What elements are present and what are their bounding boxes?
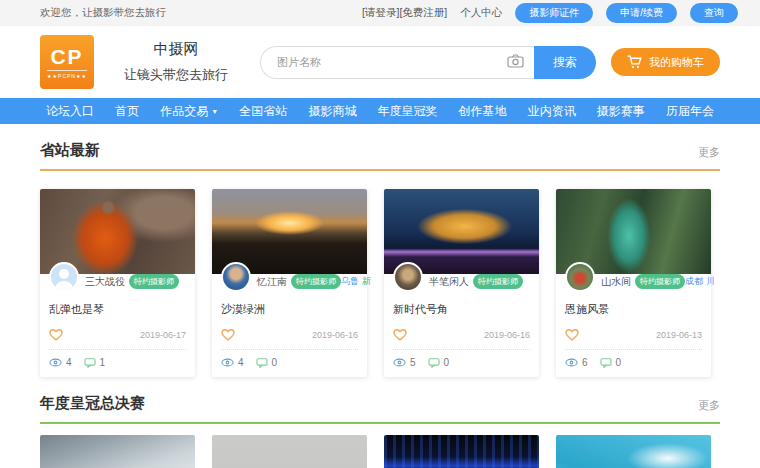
- nav-works-trade[interactable]: 作品交易 ▼: [160, 103, 218, 120]
- user-location: 乌鲁新: [341, 275, 371, 288]
- comment-icon: [600, 358, 612, 368]
- eye-icon: [221, 358, 234, 367]
- photo-title[interactable]: 沙漠绿洲: [221, 302, 358, 317]
- views-count: 4: [221, 357, 244, 368]
- cart-button[interactable]: 我的购物车: [611, 48, 720, 76]
- photo-title[interactable]: 恩施风景: [565, 302, 702, 317]
- views-count: 6: [565, 357, 588, 368]
- search-bar: 搜索: [260, 46, 596, 79]
- chevron-down-icon: ▼: [211, 108, 218, 115]
- search-button[interactable]: 搜索: [534, 46, 596, 79]
- nav-creation-base[interactable]: 创作基地: [459, 103, 507, 120]
- more-link[interactable]: 更多: [698, 145, 720, 160]
- user-avatar[interactable]: [49, 262, 79, 292]
- query-button[interactable]: 查询: [690, 3, 738, 23]
- finals-thumbnail-birds[interactable]: [212, 435, 367, 468]
- user-avatar[interactable]: [565, 262, 595, 292]
- finals-thumbnail-mountains[interactable]: [40, 435, 195, 468]
- card-row: 三大战役 特约摄影师 乱弹也是琴 2019-06-17: [40, 189, 720, 377]
- publish-date: 2019-06-16: [484, 330, 530, 340]
- nav-photo-events[interactable]: 摄影赛事: [597, 103, 645, 120]
- like-heart-icon[interactable]: [221, 329, 235, 341]
- site-logo[interactable]: CP ★★PCPN★★: [40, 35, 94, 89]
- apply-renew-button[interactable]: 申请/续费: [606, 3, 677, 23]
- username[interactable]: 忆江南: [257, 275, 287, 289]
- photographer-badge: 特约摄影师: [635, 274, 685, 289]
- logo-subtext: ★★PCPN★★: [47, 70, 87, 79]
- cart-label: 我的购物车: [649, 55, 704, 70]
- photo-card[interactable]: 忆江南 特约摄影师 乌鲁新 沙漠绿洲 2019-06-16: [212, 189, 367, 377]
- photographer-badge: 特约摄影师: [129, 274, 179, 289]
- publish-date: 2019-06-16: [312, 330, 358, 340]
- photo-title[interactable]: 乱弹也是琴: [49, 302, 186, 317]
- welcome-text: 欢迎您，让摄影带您去旅行: [40, 6, 166, 20]
- like-heart-icon[interactable]: [49, 329, 63, 341]
- site-slogan: 让镜头带您去旅行: [124, 66, 228, 84]
- section-title: 省站最新: [40, 141, 100, 160]
- publish-date: 2019-06-17: [140, 330, 186, 340]
- comment-icon: [84, 358, 96, 368]
- eye-icon: [49, 358, 62, 367]
- photo-card[interactable]: 半笔闲人 特约摄影师 新时代号角 2019-06-16: [384, 189, 539, 377]
- cart-icon: [627, 55, 642, 69]
- topbar: 欢迎您，让摄影带您去旅行 [请登录][免费注册] 个人中心 摄影师证件 申请/续…: [0, 0, 760, 26]
- main-nav: 论坛入口 首页 作品交易 ▼ 全国省站 摄影商城 年度皇冠奖 创作基地 业内资讯…: [0, 98, 760, 124]
- comments-count: 0: [256, 357, 278, 368]
- search-input[interactable]: [260, 46, 534, 79]
- photo-card[interactable]: 山水间 特约摄影师 成都川 恩施风景 2019-06-13: [556, 189, 711, 377]
- nav-industry-news[interactable]: 业内资讯: [528, 103, 576, 120]
- user-avatar[interactable]: [393, 262, 423, 292]
- nav-photo-mall[interactable]: 摄影商城: [308, 103, 356, 120]
- nav-past-meetings[interactable]: 历届年会: [666, 103, 714, 120]
- eye-icon: [393, 358, 406, 367]
- comments-count: 0: [428, 357, 450, 368]
- section-crown-finals-header: 年度皇冠总决赛 更多: [40, 377, 720, 424]
- section-province-latest-header: 省站最新 更多: [40, 124, 720, 171]
- username[interactable]: 三大战役: [85, 275, 125, 289]
- site-title-block: 中摄网 让镜头带您去旅行: [124, 40, 228, 84]
- username[interactable]: 山水间: [601, 275, 631, 289]
- user-avatar[interactable]: [221, 262, 251, 292]
- nav-crown-award[interactable]: 年度皇冠奖: [377, 103, 437, 120]
- nav-forum[interactable]: 论坛入口: [46, 103, 94, 120]
- comments-count: 1: [84, 357, 106, 368]
- section-title: 年度皇冠总决赛: [40, 394, 145, 413]
- logo-text: CP: [50, 46, 83, 67]
- like-heart-icon[interactable]: [565, 329, 579, 341]
- views-count: 4: [49, 357, 72, 368]
- finals-thumbnail-sky-person[interactable]: [556, 435, 711, 468]
- photographer-badge: 特约摄影师: [473, 274, 523, 289]
- views-count: 5: [393, 357, 416, 368]
- more-link[interactable]: 更多: [698, 398, 720, 413]
- site-header: CP ★★PCPN★★ 中摄网 让镜头带您去旅行 搜索 我: [0, 26, 760, 98]
- comment-icon: [428, 358, 440, 368]
- nav-home[interactable]: 首页: [115, 103, 139, 120]
- personal-center-link[interactable]: 个人中心: [460, 6, 502, 20]
- site-name: 中摄网: [124, 40, 228, 59]
- photographer-badge: 特约摄影师: [291, 274, 341, 289]
- photo-title[interactable]: 新时代号角: [393, 302, 530, 317]
- finals-thumbnail-concert[interactable]: [384, 435, 539, 468]
- login-register-link[interactable]: [请登录][免费注册]: [362, 6, 447, 20]
- comments-count: 0: [600, 357, 622, 368]
- photographer-credential-button[interactable]: 摄影师证件: [515, 3, 593, 23]
- camera-icon[interactable]: [507, 54, 524, 68]
- like-heart-icon[interactable]: [393, 329, 407, 341]
- nav-province-stations[interactable]: 全国省站: [239, 103, 287, 120]
- photo-card[interactable]: 三大战役 特约摄影师 乱弹也是琴 2019-06-17: [40, 189, 195, 377]
- username[interactable]: 半笔闲人: [429, 275, 469, 289]
- comment-icon: [256, 358, 268, 368]
- user-location: 成都川: [685, 275, 715, 288]
- finals-thumbnail-row: [40, 435, 720, 468]
- eye-icon: [565, 358, 578, 367]
- publish-date: 2019-06-13: [656, 330, 702, 340]
